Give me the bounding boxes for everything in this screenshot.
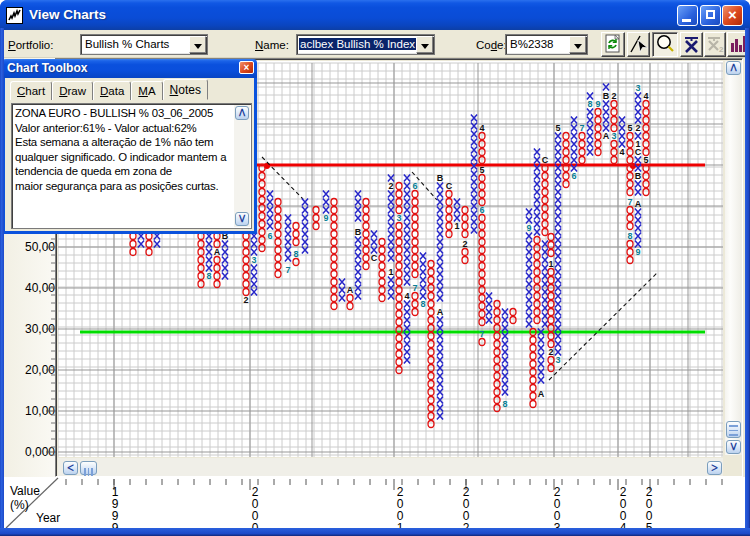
svg-text:2: 2 (243, 295, 248, 305)
svg-text:B: B (603, 91, 610, 101)
svg-text:9: 9 (323, 213, 328, 223)
svg-text:2: 2 (635, 123, 640, 133)
svg-text:C: C (371, 253, 378, 263)
svg-text:9: 9 (526, 223, 531, 233)
svg-text:3: 3 (251, 255, 256, 265)
svg-text:B: B (635, 171, 642, 181)
svg-text:3: 3 (555, 355, 560, 365)
svg-text:4: 4 (619, 147, 624, 157)
svg-text:B: B (355, 227, 362, 237)
svg-text:3: 3 (635, 83, 640, 93)
svg-text:C: C (635, 147, 642, 157)
svg-text:1: 1 (454, 221, 459, 231)
svg-text:4: 4 (404, 291, 409, 301)
svg-text:6: 6 (571, 171, 576, 181)
svg-text:A: A (635, 199, 642, 209)
svg-text:A: A (603, 131, 610, 141)
svg-text:1: 1 (388, 267, 393, 277)
svg-text:7: 7 (285, 265, 290, 275)
svg-text:A: A (437, 307, 444, 317)
svg-text:5: 5 (555, 123, 560, 133)
svg-text:8: 8 (206, 271, 211, 281)
svg-text:2: 2 (719, 45, 724, 54)
svg-text:8: 8 (587, 99, 592, 109)
svg-text:8: 8 (502, 399, 507, 409)
svg-text:A: A (538, 389, 545, 399)
svg-text:6: 6 (267, 231, 272, 241)
svg-text:9: 9 (635, 247, 640, 257)
svg-text:2: 2 (388, 181, 393, 191)
svg-text:8: 8 (420, 299, 425, 309)
svg-text:B: B (437, 173, 444, 183)
